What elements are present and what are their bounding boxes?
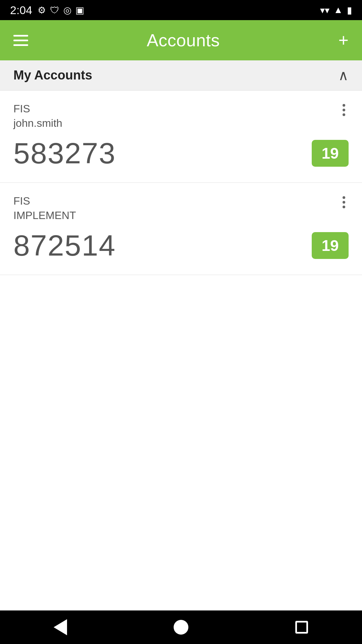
account-number: 872514 — [13, 228, 116, 263]
account-provider: FIS — [13, 195, 76, 207]
home-button[interactable] — [168, 614, 194, 641]
account-username: IMPLEMENT — [13, 209, 76, 222]
account-card-header: FIS john.smith — [13, 103, 349, 129]
back-button[interactable] — [47, 614, 74, 641]
at-icon: ◎ — [63, 5, 71, 16]
account-more-button[interactable] — [339, 195, 349, 210]
account-card-bottom: 583273 19 — [13, 136, 349, 170]
recent-icon — [295, 621, 308, 634]
account-username: john.smith — [13, 117, 62, 129]
accounts-list: FIS john.smith 583273 19 FIS IMPLEMENT — [0, 91, 362, 610]
status-bar: 2:04 ⚙ 🛡 ◎ ▣ ▾▾ ▲ ▮ — [0, 0, 362, 20]
back-icon — [54, 619, 67, 635]
add-account-button[interactable]: + — [339, 30, 349, 50]
account-info: FIS IMPLEMENT — [13, 195, 76, 222]
status-time: 2:04 — [10, 4, 32, 17]
wifi-icon: ▾▾ — [320, 5, 329, 16]
account-info: FIS john.smith — [13, 103, 62, 129]
settings-icon: ⚙ — [38, 5, 46, 16]
status-bar-left: 2:04 ⚙ 🛡 ◎ ▣ — [10, 4, 84, 17]
account-badge: 19 — [312, 140, 349, 167]
shield-icon: 🛡 — [50, 5, 59, 16]
account-more-button[interactable] — [339, 103, 349, 117]
chevron-up-icon: ∧ — [338, 67, 349, 84]
my-accounts-section-header[interactable]: My Accounts ∧ — [0, 60, 362, 91]
home-icon — [174, 620, 188, 635]
status-icons-left: ⚙ 🛡 ◎ ▣ — [38, 5, 84, 16]
account-card-header: FIS IMPLEMENT — [13, 195, 349, 222]
sim-icon: ▣ — [75, 5, 84, 16]
signal-icon: ▲ — [334, 5, 343, 15]
status-icons-right: ▾▾ ▲ ▮ — [320, 5, 352, 16]
account-provider: FIS — [13, 103, 62, 115]
account-card-bottom: 872514 19 — [13, 228, 349, 263]
account-number: 583273 — [13, 136, 116, 170]
battery-icon: ▮ — [347, 5, 352, 16]
bottom-nav — [0, 610, 362, 644]
app-bar: Accounts + — [0, 20, 362, 60]
my-accounts-title: My Accounts — [13, 68, 92, 83]
hamburger-menu-button[interactable] — [13, 35, 28, 46]
account-badge: 19 — [312, 232, 349, 259]
account-card[interactable]: FIS john.smith 583273 19 — [0, 91, 362, 183]
account-card[interactable]: FIS IMPLEMENT 872514 19 — [0, 183, 362, 275]
recent-apps-button[interactable] — [288, 614, 315, 641]
app-bar-title: Accounts — [147, 30, 220, 50]
